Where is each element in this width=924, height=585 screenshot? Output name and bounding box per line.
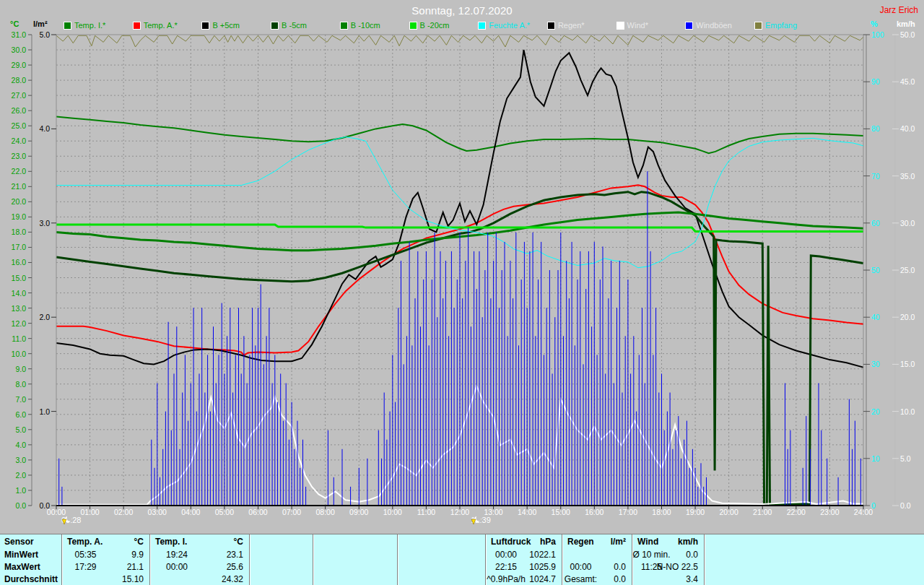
kmh-tick-label: 50.0: [900, 31, 915, 39]
chart-plot-area: [0, 0, 924, 534]
table-value: 25.6: [149, 561, 243, 573]
table-value: 1025.9: [485, 561, 556, 573]
celsius-tick-label: 9.0: [1, 365, 26, 373]
celsius-tick-label: 4.0: [1, 441, 26, 449]
time-tick-label: 23:00: [815, 508, 844, 516]
time-tick-label: 11:00: [411, 508, 440, 516]
time-tick-label: 22:00: [782, 508, 811, 516]
celsius-tick-label: 30.0: [1, 46, 26, 54]
time-tick-label: 15:00: [546, 508, 575, 516]
table-value: 1022.1: [485, 549, 556, 561]
series-empfang: [56, 35, 863, 47]
statistics-table: SensorMinWertMaxWertDurchschnittTemp. A.…: [0, 534, 924, 585]
percent-tick-label: 80: [871, 125, 880, 133]
percent-tick-label: 30: [871, 360, 880, 368]
time-tick-label: 10:00: [378, 508, 407, 516]
celsius-tick-label: 29.0: [1, 61, 26, 69]
time-tick-label: 08:00: [311, 508, 340, 516]
table-value: 23.1: [149, 549, 243, 561]
celsius-tick-label: 14.0: [1, 290, 26, 298]
time-tick-label: 07:00: [277, 508, 306, 516]
table-col-unit: hPa: [485, 536, 556, 548]
celsius-tick-label: 21.0: [1, 183, 26, 191]
table-separator: [704, 534, 705, 585]
table-col-unit: °C: [61, 536, 144, 548]
celsius-tick-label: 24.0: [1, 137, 26, 145]
time-tick-label: 02:00: [109, 508, 138, 516]
celsius-tick-label: 28.0: [1, 77, 26, 84]
kmh-tick-label: 25.0: [900, 266, 915, 274]
time-tick-label: 12:00: [445, 508, 474, 516]
celsius-tick-label: 13.0: [1, 305, 26, 313]
table-value: 1024.7: [485, 573, 556, 585]
table-separator: [397, 534, 398, 585]
table-value: 15.10: [61, 573, 144, 585]
weather-chart-window: Sonntag, 12.07.2020 Jarz Erich °C l/m² %…: [0, 0, 924, 585]
celsius-tick-label: 27.0: [1, 92, 26, 100]
table-col-unit: l/m²: [562, 536, 626, 548]
celsius-tick-label: 1.0: [1, 487, 26, 495]
celsius-tick-label: 3.0: [1, 456, 26, 464]
time-tick-label: 18:00: [648, 508, 676, 516]
kmh-tick-label: 15.0: [900, 360, 915, 368]
time-tick-label: 05:00: [210, 508, 239, 516]
celsius-tick-label: 26.0: [1, 107, 26, 115]
kmh-tick-label: 0.0: [900, 502, 911, 510]
table-value: 0.0: [562, 573, 626, 585]
lm2-tick-label: 1.0: [32, 408, 50, 416]
percent-tick-label: 70: [871, 173, 880, 181]
celsius-tick-label: 31.0: [1, 31, 26, 39]
percent-tick-label: 50: [871, 266, 880, 274]
percent-tick-label: 60: [871, 220, 880, 228]
celsius-tick-label: 8.0: [1, 381, 26, 389]
moon-arrow-icon: [61, 516, 71, 525]
moon-marker: 00:28: [61, 516, 82, 524]
table-value: 0.0: [632, 549, 698, 561]
table-col-unit: °C: [149, 536, 243, 548]
celsius-tick-label: 25.0: [1, 122, 26, 130]
table-value: 21.1: [61, 561, 144, 573]
celsius-tick-label: 7.0: [1, 396, 26, 404]
celsius-tick-label: 22.0: [1, 168, 26, 176]
kmh-tick-label: 35.0: [900, 173, 915, 181]
moon-arrow-icon: [471, 516, 481, 525]
table-value: N-NO 22.5: [632, 561, 698, 573]
table-row-label: MaxWert: [4, 561, 61, 573]
table-value: 24.32: [149, 573, 243, 585]
percent-tick-label: 20: [871, 408, 880, 416]
lm2-tick-label: 2.0: [32, 313, 50, 321]
percent-tick-label: 100: [871, 31, 884, 39]
kmh-tick-label: 10.0: [900, 408, 915, 416]
time-tick-label: 04:00: [176, 508, 205, 516]
kmh-tick-label: 5.0: [900, 455, 911, 463]
time-tick-label: 17:00: [614, 508, 642, 516]
time-tick-label: 09:00: [344, 508, 373, 516]
celsius-tick-label: 12.0: [1, 320, 26, 328]
celsius-tick-label: 23.0: [1, 152, 26, 160]
celsius-tick-label: 0.0: [1, 502, 26, 510]
time-tick-label: 19:00: [681, 508, 710, 516]
table-row-label: Durchschnitt: [4, 573, 61, 585]
lm2-tick-label: 5.0: [32, 31, 50, 39]
celsius-tick-label: 17.0: [1, 243, 26, 251]
table-value: 3.4: [632, 573, 698, 585]
kmh-tick-label: 30.0: [900, 220, 915, 228]
moon-marker: 12:39: [471, 516, 491, 524]
time-tick-label: 21:00: [748, 508, 777, 516]
table-value: 9.9: [61, 549, 144, 561]
table-value: 0.0: [562, 561, 626, 573]
time-tick-label: 14:00: [513, 508, 541, 516]
lm2-tick-label: 4.0: [32, 125, 50, 133]
celsius-tick-label: 6.0: [1, 411, 26, 419]
table-separator: [249, 534, 250, 585]
table-separator: [313, 534, 313, 585]
table-row-label: MinWert: [4, 549, 61, 561]
celsius-tick-label: 2.0: [1, 472, 26, 480]
kmh-tick-label: 20.0: [900, 313, 915, 321]
celsius-tick-label: 11.0: [1, 335, 26, 343]
time-tick-label: 03:00: [143, 508, 172, 516]
percent-tick-label: 10: [871, 455, 880, 463]
celsius-tick-label: 10.0: [1, 350, 26, 358]
lm2-tick-label: 3.0: [32, 220, 50, 228]
celsius-tick-label: 5.0: [1, 426, 26, 434]
